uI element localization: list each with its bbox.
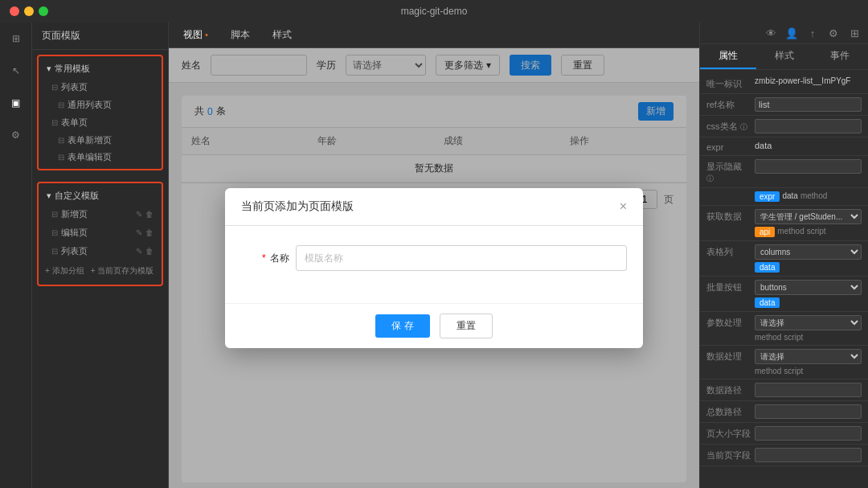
close-button[interactable] bbox=[10, 6, 19, 16]
prop-unique-id: 唯一标识 zmbiz-power-list__ImPYgF bbox=[700, 73, 868, 94]
data-process-select[interactable]: 请选择 bbox=[755, 349, 862, 364]
prop-ref: ref名称 bbox=[700, 94, 868, 116]
sidebar-item-form-add[interactable]: ⊟ 表单新增页 bbox=[39, 132, 162, 149]
modal-header: 当前页添加为页面模版 × bbox=[225, 188, 643, 226]
chevron-down-icon: ▾ bbox=[47, 64, 51, 74]
upload-icon[interactable]: ↑ bbox=[805, 26, 820, 40]
page-icon: ⊟ bbox=[51, 210, 58, 219]
tag-data: data bbox=[755, 297, 780, 308]
sidebar-item-form-edit[interactable]: ⊟ 表单编辑页 bbox=[39, 149, 162, 166]
tab-events[interactable]: 事件 bbox=[812, 44, 868, 69]
modal-body: * 名称 bbox=[225, 226, 643, 303]
prop-label: ref名称 bbox=[706, 97, 751, 111]
page-size-input[interactable] bbox=[755, 426, 862, 441]
sidebar-item-form-page[interactable]: ⊟ 表单页 bbox=[39, 113, 162, 132]
sidebar: 页面模版 ▾ 常用模板 ⊟ 列表页 ⊟ 通用列表页 ⊟ 表单页 ⊟ 表单新增页 bbox=[32, 23, 169, 488]
params-tags: method script bbox=[755, 333, 862, 342]
modal-close-button[interactable]: × bbox=[620, 200, 627, 213]
settings-icon[interactable]: ⚙ bbox=[826, 26, 841, 40]
edit-icon[interactable]: ✎ bbox=[136, 228, 142, 237]
buttons-tags: data bbox=[755, 297, 862, 308]
page-icon: ⊟ bbox=[51, 118, 58, 127]
buttons-select[interactable]: buttons bbox=[755, 280, 862, 295]
sidebar-header: 页面模版 bbox=[32, 23, 168, 50]
current-page-input[interactable] bbox=[755, 448, 862, 462]
modal-title: 当前页添加为页面模版 bbox=[241, 199, 354, 214]
prop-expr-data: expr data method bbox=[700, 188, 868, 206]
sidebar-item-common-list[interactable]: ⊟ 通用列表页 bbox=[39, 96, 162, 113]
user-icon[interactable]: 👤 bbox=[784, 26, 799, 40]
data-path-input[interactable] bbox=[755, 383, 862, 397]
params-select[interactable]: 请选择 bbox=[755, 315, 862, 330]
tab-style[interactable]: 样式 bbox=[756, 44, 813, 69]
total-path-input[interactable] bbox=[755, 404, 862, 419]
tab-properties[interactable]: 属性 bbox=[700, 44, 756, 69]
delete-icon[interactable]: 🗑 bbox=[145, 228, 154, 237]
sidebar-item-list-page-custom[interactable]: ⊟ 列表页 ✎ 🗑 bbox=[39, 242, 162, 260]
prop-data-path: 数据路径 bbox=[700, 379, 868, 401]
prop-label bbox=[706, 191, 751, 193]
sidebar-item-list-page[interactable]: ⊟ 列表页 bbox=[39, 78, 162, 96]
delete-icon[interactable]: 🗑 bbox=[145, 247, 154, 256]
app-layout: ⊞ ↖ ▣ ⚙ 页面模版 ▾ 常用模板 ⊟ 列表页 ⊟ 通用列表页 ⊟ 表单页 bbox=[0, 23, 868, 488]
minimize-button[interactable] bbox=[24, 6, 34, 16]
css-input[interactable] bbox=[755, 119, 862, 133]
prop-label: css类名 ⓘ bbox=[706, 119, 751, 133]
right-panel-tabs: 属性 样式 事件 bbox=[700, 44, 868, 70]
edit-icon[interactable]: ✎ bbox=[136, 210, 142, 219]
edit-icon[interactable]: ✎ bbox=[136, 247, 142, 256]
prop-expr: expr data bbox=[700, 137, 868, 156]
page-icon: ⊟ bbox=[51, 228, 58, 237]
modal-save-button[interactable]: 保 存 bbox=[375, 314, 429, 338]
sidebar-item-add-page[interactable]: ⊟ 新增页 ✎ 🗑 bbox=[39, 205, 162, 223]
data-process-tags: method script bbox=[755, 367, 862, 375]
custom-section-title: ▾ 自定义模版 bbox=[39, 187, 162, 205]
prop-columns: 表格列 columns data bbox=[700, 241, 868, 277]
sidebar-actions: + 添加分组 + 当前页存为模版 bbox=[39, 260, 162, 281]
ref-input[interactable] bbox=[755, 97, 862, 112]
buttons-area: buttons data bbox=[755, 280, 862, 308]
nav-style[interactable]: 样式 bbox=[271, 28, 293, 42]
right-panel: 👁 👤 ↑ ⚙ ⊞ 属性 样式 事件 唯一标识 zmbiz-power-list… bbox=[699, 23, 868, 488]
preset-section: ▾ 常用模板 ⊟ 列表页 ⊟ 通用列表页 ⊟ 表单页 ⊟ 表单新增页 ⊟ 表单编… bbox=[37, 55, 163, 170]
name-form-row: * 名称 bbox=[241, 245, 627, 271]
expr-tags: expr data method bbox=[755, 191, 827, 202]
nav-script[interactable]: 脚本 bbox=[229, 28, 252, 42]
tag-expr: expr bbox=[755, 191, 780, 202]
page-icon: ⊟ bbox=[58, 136, 64, 145]
prop-buttons: 批量按钮 buttons data bbox=[700, 277, 868, 312]
modal-footer: 保 存 重置 bbox=[225, 303, 643, 348]
display-input[interactable] bbox=[755, 159, 862, 174]
eye-icon[interactable]: 👁 bbox=[764, 26, 778, 40]
layers-icon[interactable]: ▣ bbox=[6, 93, 26, 113]
maximize-button[interactable] bbox=[39, 6, 48, 16]
cursor-icon[interactable]: ↖ bbox=[6, 61, 26, 80]
columns-tags: data bbox=[755, 262, 862, 273]
custom-section: ▾ 自定义模版 ⊟ 新增页 ✎ 🗑 ⊟ 编辑页 ✎ bbox=[37, 182, 163, 286]
top-nav: 视图 • 脚本 样式 bbox=[169, 23, 699, 48]
add-group-button[interactable]: + 添加分组 bbox=[45, 265, 84, 277]
nav-view[interactable]: 视图 • bbox=[182, 28, 210, 42]
save-template-button[interactable]: + 当前页存为模版 bbox=[91, 265, 154, 277]
columns-select[interactable]: columns bbox=[755, 244, 862, 260]
prop-label: 表格列 bbox=[706, 244, 751, 258]
prop-label: 数据处理 bbox=[706, 349, 751, 363]
page-icon: ⊟ bbox=[51, 247, 58, 256]
grid-icon[interactable]: ⊞ bbox=[6, 29, 26, 48]
page-icon: ⊟ bbox=[51, 83, 58, 92]
grid-icon[interactable]: ⊞ bbox=[847, 26, 862, 40]
modal-overlay: 当前页添加为页面模版 × * 名称 保 存 bbox=[169, 48, 699, 488]
fetch-data-select[interactable]: 学生管理 / getStuden... bbox=[755, 209, 862, 224]
prop-current-page: 当前页字段 bbox=[700, 445, 868, 466]
page-icon: ⊟ bbox=[58, 100, 64, 109]
modal-reset-button[interactable]: 重置 bbox=[440, 314, 493, 338]
tag-data: data bbox=[755, 262, 780, 273]
main-content: 视图 • 脚本 样式 姓名 学历 请选择 更多筛选 ▾ bbox=[169, 23, 699, 488]
preset-section-title: ▾ 常用模板 bbox=[39, 59, 162, 78]
prop-css: css类名 ⓘ bbox=[700, 116, 868, 137]
sidebar-item-edit-page[interactable]: ⊟ 编辑页 ✎ 🗑 bbox=[39, 223, 162, 242]
template-name-input[interactable] bbox=[296, 245, 627, 271]
delete-icon[interactable]: 🗑 bbox=[145, 210, 154, 219]
settings-icon[interactable]: ⚙ bbox=[6, 125, 26, 145]
prop-label: 获取数据 bbox=[706, 209, 751, 223]
